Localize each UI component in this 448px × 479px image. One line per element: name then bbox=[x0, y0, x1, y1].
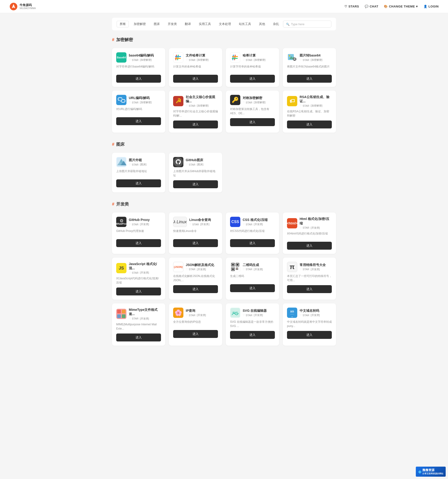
card-title-area-img-base64: 图片转base64♡ STAR[加密解密] bbox=[300, 53, 332, 62]
card-icon-css-fmt: CSS bbox=[230, 217, 240, 227]
card-enter-button-html-fmt[interactable]: 进入 bbox=[287, 242, 332, 250]
card-star-html-fmt[interactable]: ♡ STAR bbox=[300, 226, 309, 229]
card-title-area-html-fmt: Html 格式化/加密/压缩♡ STAR[开发类] bbox=[300, 217, 332, 229]
card-icon-base64: Base64 bbox=[116, 52, 126, 63]
card-enter-button-svg-editor[interactable]: 进入 bbox=[230, 331, 275, 339]
nav-login[interactable]: 👤 LOGIN bbox=[423, 5, 439, 8]
card-desc-css-fmt: 对CSS代码进行格式化/压缩 bbox=[230, 229, 275, 236]
svg-rect-24 bbox=[237, 264, 239, 266]
card-star-cn-domain[interactable]: ♡ STAR bbox=[300, 314, 309, 317]
svg-line-3 bbox=[178, 55, 178, 60]
card-star-github-img[interactable]: ♡ STAR bbox=[186, 163, 195, 166]
card-hash-calc: 哈希计算♡ STAR[加密解密]计算字符串的各种哈希值进入 bbox=[226, 48, 279, 87]
card-star-ip-lookup[interactable]: ♡ STAR bbox=[186, 314, 195, 317]
card-star-github-proxy[interactable]: ♡ STAR bbox=[129, 223, 139, 226]
card-header-url-codec: URL编码/解码♡ STAR[加密解密] bbox=[116, 95, 161, 105]
card-title-area-css-fmt: CSS 格式化/压缩♡ STAR[开发类] bbox=[243, 218, 275, 226]
section-title-crypto: 加密解密 bbox=[116, 37, 133, 42]
card-enter-button-file-hash[interactable]: 进入 bbox=[173, 75, 218, 83]
nav-change-theme[interactable]: 🎨 CHANGE THEME ▾ bbox=[384, 5, 418, 8]
filter-tag-webmaster[interactable]: 站长工具 bbox=[236, 21, 254, 27]
card-icon-special-chars: π bbox=[287, 262, 297, 272]
card-star-svg-editor[interactable]: ♡ STAR bbox=[243, 314, 253, 317]
card-title-area-url-codec: URL编码/解码♡ STAR[加密解密] bbox=[129, 96, 161, 104]
card-enter-button-img-base64[interactable]: 进入 bbox=[287, 75, 332, 83]
card-star-file-hash[interactable]: ♡ STAR bbox=[186, 58, 195, 61]
card-star-qrcode[interactable]: ♡ STAR bbox=[243, 268, 253, 271]
filter-tag-other1[interactable]: 其他 bbox=[256, 21, 268, 27]
card-icon-file-hash bbox=[173, 52, 183, 63]
card-header-img-external: 图片外链♡ STAR[图床] bbox=[116, 157, 161, 167]
card-icon-sym-crypto: 🔑 bbox=[230, 95, 240, 105]
card-star-special-chars[interactable]: ♡ STAR bbox=[300, 268, 309, 271]
card-desc-img-external: 上传图片并获取外链地址 bbox=[116, 169, 161, 177]
card-tag-js-fmt: [开发类] bbox=[140, 271, 149, 274]
logo-subtext: NIUJIAOYMMA bbox=[19, 7, 36, 10]
filter-tag-all[interactable]: 所有 bbox=[117, 21, 129, 27]
nav-theme-label: CHANGE THEME bbox=[389, 5, 415, 8]
card-star-rsa[interactable]: ♡ STAR bbox=[300, 104, 309, 107]
card-enter-button-github-proxy[interactable]: 进入 bbox=[116, 239, 161, 247]
chevron-down-icon: ▾ bbox=[416, 5, 418, 8]
card-tag-json-fmt: [开发类] bbox=[197, 268, 206, 271]
card-tag-hash-calc: [加密解密] bbox=[254, 58, 266, 62]
card-star-css-fmt[interactable]: ♡ STAR bbox=[243, 223, 253, 226]
filter-tag-image[interactable]: 图床 bbox=[151, 21, 163, 27]
logo-icon bbox=[9, 2, 18, 11]
filter-tag-misc[interactable]: 杂乱 bbox=[270, 21, 282, 27]
card-icon-svg-editor: SVG bbox=[230, 308, 240, 318]
card-enter-button-img-external[interactable]: 进入 bbox=[116, 179, 161, 187]
heart-icon: ♡ bbox=[300, 104, 302, 107]
filter-tag-tools[interactable]: 实用工具 bbox=[196, 21, 214, 27]
filter-tag-crypto[interactable]: 加密解密 bbox=[131, 21, 149, 27]
logo[interactable]: 牛角源码 NIUJIAOYMMA bbox=[9, 2, 36, 11]
card-desc-qrcode: 生成二维码 bbox=[230, 274, 275, 281]
card-enter-button-mimetype[interactable]: 进入 bbox=[116, 333, 161, 341]
card-enter-button-socialist[interactable]: 进入 bbox=[173, 120, 218, 128]
card-enter-button-rsa[interactable]: 进入 bbox=[287, 120, 332, 128]
heart-icon: ♡ bbox=[189, 223, 192, 226]
card-mimetype: MimeType文件格式速...♡ STAR[开发类]MIME(Multipur… bbox=[112, 303, 165, 346]
header: 牛角源码 NIUJIAOYMMA ♡ STARS 💬 CHAT 🎨 CHANGE… bbox=[0, 0, 448, 13]
filter-tag-translate[interactable]: 翻译 bbox=[182, 21, 194, 27]
card-desc-js-fmt: 对JavaScript代码进行格式化/混淆/压缩 bbox=[116, 276, 161, 285]
card-star-img-external[interactable]: ♡ STAR bbox=[129, 163, 139, 166]
card-enter-button-base64[interactable]: 进入 bbox=[116, 75, 161, 83]
card-enter-button-qrcode[interactable]: 进入 bbox=[230, 284, 275, 292]
card-star-img-base64[interactable]: ♡ STAR bbox=[300, 58, 309, 61]
nav-chat[interactable]: 💬 CHAT bbox=[365, 5, 378, 8]
card-star-socialist[interactable]: ♡ STAR bbox=[186, 104, 195, 107]
card-star-sym-crypto[interactable]: ♡ STAR bbox=[243, 101, 253, 104]
card-enter-button-github-img[interactable]: 进入 bbox=[173, 180, 218, 188]
card-star-mimetype[interactable]: ♡ STAR bbox=[129, 317, 139, 320]
card-enter-button-hash-calc[interactable]: 进入 bbox=[230, 75, 275, 83]
card-star-url-codec[interactable]: ♡ STAR bbox=[129, 101, 139, 104]
card-meta-qrcode: ♡ STAR[开发类] bbox=[243, 268, 275, 271]
heart-icon: ♡ bbox=[243, 314, 245, 317]
filter-tag-dev[interactable]: 开发类 bbox=[165, 21, 180, 27]
card-star-js-fmt[interactable]: ♡ STAR bbox=[129, 271, 139, 274]
card-star-hash-calc[interactable]: ♡ STAR bbox=[243, 58, 253, 61]
card-desc-sym-crypto: 对称加密算法转换工具，包含有AES、DE... bbox=[230, 107, 275, 115]
card-star-linux-cmd[interactable]: ♡ STAR bbox=[189, 223, 199, 226]
card-enter-button-ip-lookup[interactable]: 进入 bbox=[173, 330, 218, 338]
heart-icon: ♡ bbox=[344, 5, 347, 8]
svg-rect-32 bbox=[117, 310, 121, 313]
card-enter-button-css-fmt[interactable]: 进入 bbox=[230, 239, 275, 247]
card-enter-button-js-fmt[interactable]: 进入 bbox=[116, 287, 161, 295]
nav-stars[interactable]: ♡ STARS bbox=[344, 5, 359, 8]
card-star-json-fmt[interactable]: ♡ STAR bbox=[186, 268, 195, 271]
card-enter-button-url-codec[interactable]: 进入 bbox=[116, 117, 161, 125]
card-title-area-special-chars: 常用特殊符号大全♡ STAR[开发类] bbox=[300, 263, 332, 271]
card-enter-button-linux-cmd[interactable]: 进入 bbox=[173, 239, 218, 247]
card-enter-button-cn-domain[interactable]: 进入 bbox=[287, 331, 332, 339]
card-title-svg-editor: SVG 在线编辑器 bbox=[243, 308, 275, 313]
heart-icon: ♡ bbox=[186, 58, 188, 61]
card-enter-button-special-chars[interactable]: 进入 bbox=[287, 285, 332, 293]
card-github-proxy: ⊙ GitHubProxy GitHub Proxy♡ STAR[开发类]Git… bbox=[112, 213, 165, 254]
card-star-base64[interactable]: ♡ STAR bbox=[129, 58, 139, 61]
card-enter-button-json-fmt[interactable]: 进入 bbox=[173, 285, 218, 293]
card-enter-button-sym-crypto[interactable]: 进入 bbox=[230, 118, 275, 126]
search-input[interactable] bbox=[291, 22, 328, 26]
filter-tag-text[interactable]: 文本处理 bbox=[216, 21, 234, 27]
